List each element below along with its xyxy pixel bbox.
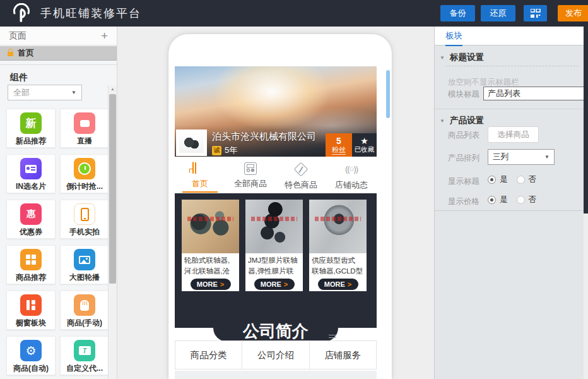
goods-grid-icon [20, 249, 42, 270]
component-label: 商品推荐 [16, 272, 46, 283]
tab-shop-updates[interactable]: ((○)) 店铺动态 [326, 157, 377, 193]
radio-show-title-yes[interactable] [488, 176, 496, 184]
drag-handle-icon[interactable] [329, 335, 336, 338]
shop-banner[interactable]: 泊头市沧兴机械有限公司 诚 5年 5 粉丝 ★ 已收藏 [175, 66, 377, 157]
logo-icon [10, 3, 33, 23]
product-list-module[interactable]: 轮胎式联轴器,河北联轴器,沧 MORE > JMJ型膜片联轴器,弹性膜片联 [175, 193, 377, 328]
title-settings-header[interactable]: ▼ 标题设置 [440, 52, 484, 63]
component-countdown[interactable]: 倒计时抢... [60, 154, 109, 193]
radio-label-no: 否 [529, 174, 537, 185]
showcase-icon [20, 294, 42, 316]
tab-all-goods[interactable]: 全部商品 [225, 157, 276, 193]
component-label: 新品推荐 [16, 136, 46, 147]
module-title-label: 模块标题 [448, 89, 479, 100]
chevron-down-icon: ▼ [544, 154, 550, 160]
scroll-up-icon[interactable]: ▲ [109, 87, 117, 91]
product-settings-header[interactable]: ▼ 产品设置 [440, 115, 484, 126]
section-title: 产品设置 [450, 115, 484, 126]
component-goods-recommend[interactable]: 商品推荐 [6, 245, 56, 284]
qr-code-button[interactable] [524, 5, 547, 21]
tab-label: 全部商品 [234, 178, 267, 190]
more-label: MORE [261, 280, 281, 288]
component-filter-dropdown[interactable]: 全部 ▼ [8, 85, 82, 100]
radio-show-price-no[interactable] [517, 196, 525, 204]
tab-goods-category[interactable]: 商品分类 [175, 341, 242, 369]
show-price-radio-group: 是 否 [488, 195, 541, 205]
watermark [315, 217, 361, 221]
product-card[interactable]: JMJ型膜片联轴器,弹性膜片联 MORE > [245, 200, 303, 291]
tab-shop-service[interactable]: 店铺服务 [309, 341, 376, 369]
shop-logo [176, 129, 207, 156]
tab-block[interactable]: 板块 [445, 30, 462, 46]
top-bar: 手机旺铺装修平台 备份 还原 发布 [0, 0, 588, 27]
module-title-input[interactable] [483, 87, 584, 100]
show-title-radio-group: 是 否 [488, 174, 541, 185]
countdown-clock-icon [74, 158, 95, 179]
shop-bottom-tabs: 商品分类 公司介绍 店铺服务 [175, 340, 377, 370]
component-live[interactable]: 直播 [60, 109, 109, 148]
component-label: 商品(手动) [67, 318, 102, 328]
phone-screen: 泊头市沧兴机械有限公司 诚 5年 5 粉丝 ★ 已收藏 [175, 66, 377, 379]
favorite-box[interactable]: ★ 已收藏 [352, 133, 377, 157]
company-intro-section: 公司简介 商品分类 公司介绍 店铺服务 [175, 328, 377, 371]
component-in-card[interactable]: IN选名片 [6, 154, 56, 193]
radio-label-no: 否 [529, 195, 537, 205]
sidebar-scrollbar[interactable]: ▲ [108, 85, 117, 379]
component-showcase[interactable]: 橱窗板块 [6, 291, 56, 330]
shop-years: 5年 [225, 145, 237, 156]
product-card[interactable]: 轮胎式联轴器,河北联轴器,沧 MORE > [182, 200, 239, 291]
add-page-icon[interactable]: + [101, 30, 108, 42]
component-label: IN选名片 [16, 181, 46, 192]
component-label: 大图轮播 [69, 272, 100, 283]
signal-icon: ((○)) [345, 162, 358, 176]
component-new-products[interactable]: 新 新品推荐 [6, 109, 56, 148]
show-title-label: 显示标题 [448, 176, 479, 187]
goods-list-label: 商品列表 [448, 130, 479, 141]
select-goods-button[interactable]: 选择商品 [488, 126, 539, 143]
hand-icon [74, 294, 95, 316]
dashed-divider [445, 66, 579, 66]
tab-featured-goods[interactable]: 特色商品 [276, 157, 326, 193]
component-phone-shot[interactable]: 手机实拍 [60, 200, 109, 239]
backup-button[interactable]: 备份 [440, 5, 475, 21]
scrollbar-thumb[interactable] [109, 94, 116, 284]
arrange-value: 三列 [493, 152, 509, 162]
tab-company-intro[interactable]: 公司介绍 [242, 341, 309, 369]
component-coupon[interactable]: 惠 优惠券 [6, 200, 56, 239]
coupon-icon: 惠 [20, 203, 42, 225]
component-label: 橱窗板块 [16, 318, 46, 328]
goods-icon [244, 162, 257, 175]
chevron-down-icon: ▼ [440, 118, 445, 124]
phone-scrollbar-thumb[interactable] [386, 70, 390, 118]
tab-home[interactable]: 首页 [175, 157, 225, 193]
component-goods-auto[interactable]: ⚙ 商品(自动) [6, 336, 56, 375]
brand: 手机旺铺装修平台 [10, 3, 141, 23]
radio-label-yes: 是 [500, 195, 508, 205]
show-price-label: 显示价格 [448, 196, 479, 207]
more-button[interactable]: MORE > [191, 279, 231, 290]
cube-icon [294, 162, 308, 176]
restore-button[interactable]: 还原 [481, 5, 515, 21]
chevron-down-icon: ▼ [440, 55, 445, 61]
shop-nav-tabs: 首页 全部商品 特色商品 ((○)) 店铺动态 [175, 157, 377, 193]
pages-header: 页面 [9, 30, 26, 42]
component-goods-manual[interactable]: 商品(手动) [60, 291, 109, 330]
component-label: 手机实拍 [69, 227, 100, 238]
divider [435, 109, 584, 109]
component-custom-code[interactable]: T 自定义代... [60, 336, 109, 375]
radio-show-title-no[interactable] [517, 176, 525, 184]
fans-box[interactable]: 5 粉丝 [326, 133, 352, 157]
sidebar-item-home-page[interactable]: 首页 [0, 46, 117, 61]
component-label: 自定义代... [66, 363, 103, 374]
more-button[interactable]: MORE > [254, 279, 295, 290]
product-card[interactable]: 供应鼓型齿式联轴器,GCLD型 MORE > [309, 200, 367, 291]
filter-value: 全部 [13, 87, 30, 99]
arrange-dropdown[interactable]: 三列 ▼ [488, 149, 555, 165]
arrow-right-icon: > [348, 280, 351, 288]
more-button[interactable]: MORE > [318, 279, 358, 290]
component-carousel[interactable]: 大图轮播 [60, 245, 109, 284]
product-image [309, 200, 367, 253]
radio-show-price-yes[interactable] [488, 196, 496, 204]
publish-button[interactable]: 发布 [558, 5, 588, 21]
live-camera-icon [74, 112, 95, 134]
